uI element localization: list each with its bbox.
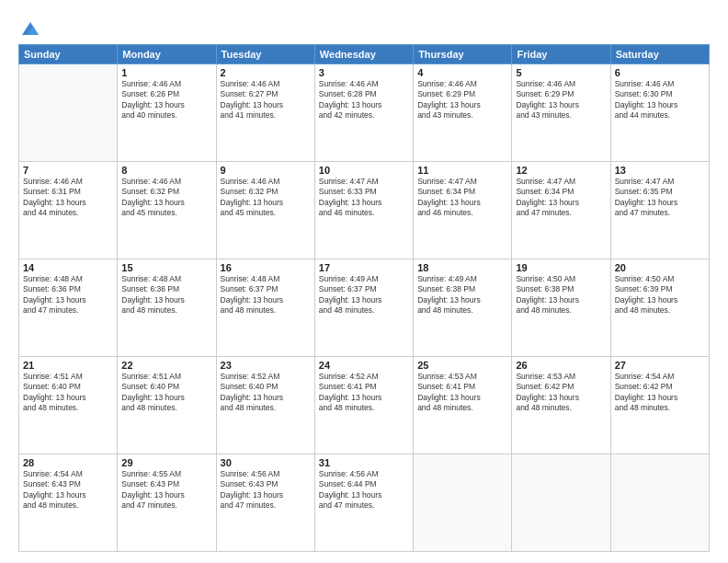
calendar-header-row: SundayMondayTuesdayWednesdayThursdayFrid…: [19, 45, 710, 64]
calendar-cell: 21Sunrise: 4:51 AM Sunset: 6:40 PM Dayli…: [19, 357, 118, 454]
calendar-cell: 17Sunrise: 4:49 AM Sunset: 6:37 PM Dayli…: [314, 259, 413, 357]
day-info: Sunrise: 4:54 AM Sunset: 6:42 PM Dayligh…: [615, 372, 705, 414]
calendar-cell: 27Sunrise: 4:54 AM Sunset: 6:42 PM Dayli…: [610, 357, 709, 454]
day-number: 9: [221, 165, 311, 176]
logo-icon: [20, 20, 40, 37]
calendar-cell: 16Sunrise: 4:48 AM Sunset: 6:37 PM Dayli…: [216, 259, 314, 357]
day-number: 28: [23, 457, 113, 468]
day-number: 23: [221, 360, 311, 371]
day-number: 16: [221, 262, 311, 273]
calendar-cell: 9Sunrise: 4:46 AM Sunset: 6:32 PM Daylig…: [216, 162, 314, 259]
day-number: 25: [417, 360, 507, 371]
day-number: 10: [319, 165, 409, 176]
day-info: Sunrise: 4:47 AM Sunset: 6:35 PM Dayligh…: [615, 177, 705, 219]
day-number: 7: [23, 165, 113, 176]
calendar-cell: [19, 64, 118, 162]
day-info: Sunrise: 4:49 AM Sunset: 6:37 PM Dayligh…: [319, 274, 409, 316]
page: SundayMondayTuesdayWednesdayThursdayFrid…: [0, 0, 728, 563]
calendar-cell: 31Sunrise: 4:56 AM Sunset: 6:44 PM Dayli…: [314, 454, 413, 552]
calendar-cell: 7Sunrise: 4:46 AM Sunset: 6:31 PM Daylig…: [19, 162, 118, 259]
calendar-week-row: 28Sunrise: 4:54 AM Sunset: 6:43 PM Dayli…: [19, 454, 710, 552]
day-info: Sunrise: 4:46 AM Sunset: 6:32 PM Dayligh…: [121, 177, 211, 219]
day-info: Sunrise: 4:47 AM Sunset: 6:34 PM Dayligh…: [417, 177, 507, 219]
day-number: 15: [121, 262, 211, 273]
day-number: 22: [121, 360, 211, 371]
calendar-table: SundayMondayTuesdayWednesdayThursdayFrid…: [18, 44, 710, 552]
day-number: 8: [121, 165, 211, 176]
day-number: 6: [615, 67, 705, 78]
calendar-week-row: 21Sunrise: 4:51 AM Sunset: 6:40 PM Dayli…: [19, 357, 710, 454]
calendar-cell: 29Sunrise: 4:55 AM Sunset: 6:43 PM Dayli…: [118, 454, 216, 552]
day-info: Sunrise: 4:46 AM Sunset: 6:32 PM Dayligh…: [221, 177, 311, 219]
calendar-cell: 14Sunrise: 4:48 AM Sunset: 6:36 PM Dayli…: [19, 259, 118, 357]
day-number: 2: [221, 67, 311, 78]
day-number: 1: [121, 67, 211, 78]
calendar-cell: [414, 454, 512, 552]
calendar-cell: 2Sunrise: 4:46 AM Sunset: 6:27 PM Daylig…: [216, 64, 314, 162]
day-number: 4: [417, 67, 507, 78]
calendar-cell: 1Sunrise: 4:46 AM Sunset: 6:26 PM Daylig…: [118, 64, 216, 162]
day-number: 14: [23, 262, 113, 273]
calendar-week-row: 14Sunrise: 4:48 AM Sunset: 6:36 PM Dayli…: [19, 259, 710, 357]
day-number: 11: [417, 165, 507, 176]
weekday-header: Tuesday: [216, 45, 314, 64]
day-info: Sunrise: 4:56 AM Sunset: 6:43 PM Dayligh…: [221, 469, 311, 511]
calendar-cell: 23Sunrise: 4:52 AM Sunset: 6:40 PM Dayli…: [216, 357, 314, 454]
day-number: 26: [516, 360, 606, 371]
day-number: 24: [319, 360, 409, 371]
calendar-week-row: 1Sunrise: 4:46 AM Sunset: 6:26 PM Daylig…: [19, 64, 710, 162]
day-info: Sunrise: 4:51 AM Sunset: 6:40 PM Dayligh…: [23, 372, 113, 414]
calendar-cell: 12Sunrise: 4:47 AM Sunset: 6:34 PM Dayli…: [512, 162, 610, 259]
calendar-cell: 15Sunrise: 4:48 AM Sunset: 6:36 PM Dayli…: [118, 259, 216, 357]
calendar-cell: 13Sunrise: 4:47 AM Sunset: 6:35 PM Dayli…: [610, 162, 709, 259]
weekday-header: Monday: [118, 45, 216, 64]
calendar-cell: 11Sunrise: 4:47 AM Sunset: 6:34 PM Dayli…: [414, 162, 512, 259]
day-info: Sunrise: 4:52 AM Sunset: 6:40 PM Dayligh…: [221, 372, 311, 414]
day-info: Sunrise: 4:46 AM Sunset: 6:26 PM Dayligh…: [121, 79, 211, 121]
day-info: Sunrise: 4:49 AM Sunset: 6:38 PM Dayligh…: [417, 274, 507, 316]
calendar-cell: [512, 454, 610, 552]
day-info: Sunrise: 4:51 AM Sunset: 6:40 PM Dayligh…: [121, 372, 211, 414]
calendar-cell: 30Sunrise: 4:56 AM Sunset: 6:43 PM Dayli…: [216, 454, 314, 552]
calendar-cell: 22Sunrise: 4:51 AM Sunset: 6:40 PM Dayli…: [118, 357, 216, 454]
day-number: 30: [221, 457, 311, 468]
day-info: Sunrise: 4:53 AM Sunset: 6:41 PM Dayligh…: [417, 372, 507, 414]
day-number: 27: [615, 360, 705, 371]
calendar-cell: 5Sunrise: 4:46 AM Sunset: 6:29 PM Daylig…: [512, 64, 610, 162]
day-info: Sunrise: 4:46 AM Sunset: 6:30 PM Dayligh…: [615, 79, 705, 121]
day-number: 17: [319, 262, 409, 273]
day-info: Sunrise: 4:55 AM Sunset: 6:43 PM Dayligh…: [121, 469, 211, 511]
calendar-cell: 19Sunrise: 4:50 AM Sunset: 6:38 PM Dayli…: [512, 259, 610, 357]
weekday-header: Saturday: [610, 45, 709, 64]
weekday-header: Friday: [512, 45, 610, 64]
calendar-cell: 6Sunrise: 4:46 AM Sunset: 6:30 PM Daylig…: [610, 64, 709, 162]
weekday-header: Thursday: [414, 45, 512, 64]
day-number: 20: [615, 262, 705, 273]
calendar-cell: 25Sunrise: 4:53 AM Sunset: 6:41 PM Dayli…: [414, 357, 512, 454]
day-info: Sunrise: 4:54 AM Sunset: 6:43 PM Dayligh…: [23, 469, 113, 511]
day-number: 5: [516, 67, 606, 78]
day-info: Sunrise: 4:47 AM Sunset: 6:33 PM Dayligh…: [319, 177, 409, 219]
day-info: Sunrise: 4:52 AM Sunset: 6:41 PM Dayligh…: [319, 372, 409, 414]
day-info: Sunrise: 4:56 AM Sunset: 6:44 PM Dayligh…: [319, 469, 409, 511]
day-number: 18: [417, 262, 507, 273]
day-number: 3: [319, 67, 409, 78]
day-info: Sunrise: 4:50 AM Sunset: 6:39 PM Dayligh…: [615, 274, 705, 316]
day-info: Sunrise: 4:48 AM Sunset: 6:36 PM Dayligh…: [23, 274, 113, 316]
day-info: Sunrise: 4:46 AM Sunset: 6:31 PM Dayligh…: [23, 177, 113, 219]
calendar-week-row: 7Sunrise: 4:46 AM Sunset: 6:31 PM Daylig…: [19, 162, 710, 259]
weekday-header: Wednesday: [314, 45, 413, 64]
calendar-cell: 26Sunrise: 4:53 AM Sunset: 6:42 PM Dayli…: [512, 357, 610, 454]
header: [18, 17, 710, 37]
day-number: 29: [121, 457, 211, 468]
day-info: Sunrise: 4:46 AM Sunset: 6:27 PM Dayligh…: [221, 79, 311, 121]
day-info: Sunrise: 4:46 AM Sunset: 6:29 PM Dayligh…: [417, 79, 507, 121]
calendar-cell: 3Sunrise: 4:46 AM Sunset: 6:28 PM Daylig…: [314, 64, 413, 162]
calendar-cell: 24Sunrise: 4:52 AM Sunset: 6:41 PM Dayli…: [314, 357, 413, 454]
logo: [18, 20, 40, 37]
day-number: 31: [319, 457, 409, 468]
day-info: Sunrise: 4:46 AM Sunset: 6:28 PM Dayligh…: [319, 79, 409, 121]
calendar-cell: 20Sunrise: 4:50 AM Sunset: 6:39 PM Dayli…: [610, 259, 709, 357]
day-info: Sunrise: 4:46 AM Sunset: 6:29 PM Dayligh…: [516, 79, 606, 121]
calendar-cell: 10Sunrise: 4:47 AM Sunset: 6:33 PM Dayli…: [314, 162, 413, 259]
